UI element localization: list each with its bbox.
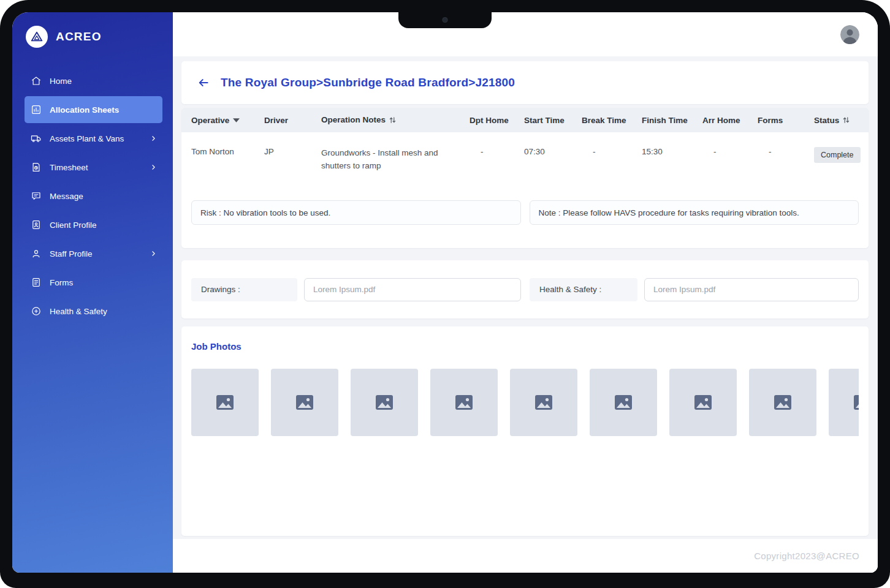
footer: Copyright2023@ACREO: [173, 539, 878, 573]
camera-housing: [398, 12, 492, 28]
column-header-arr-home[interactable]: Arr Home: [702, 116, 758, 125]
chevron-right-icon: [150, 135, 158, 143]
image-icon: [216, 394, 234, 410]
breadcrumb: The Royal Group>Sunbridge Road Bradford>…: [221, 76, 515, 89]
sidebar-item-label: Forms: [50, 278, 73, 287]
job-photo-placeholder[interactable]: [271, 369, 338, 436]
column-header-forms[interactable]: Forms: [758, 116, 814, 125]
sidebar-menu: Home Allocation Sheets Assets Plant & Va…: [12, 62, 173, 325]
column-header-finish-time[interactable]: Finish Time: [642, 116, 702, 125]
cell-arr-home: -: [702, 147, 758, 156]
acreo-logo-icon: [26, 26, 48, 48]
attachments-card: Drawings : Health & Safety :: [181, 260, 869, 318]
caret-down-icon: [233, 118, 240, 123]
image-icon: [853, 394, 859, 410]
sidebar-item-label: Staff Profile: [50, 249, 93, 258]
job-photo-placeholder[interactable]: [510, 369, 577, 436]
column-header-dpt-home[interactable]: Dpt Home: [470, 116, 524, 125]
timesheet-icon: [31, 162, 42, 173]
health-safety-file-input[interactable]: [644, 278, 859, 301]
message-icon: [31, 190, 42, 202]
client-profile-icon: [31, 219, 42, 230]
sidebar-item-message[interactable]: Message: [25, 183, 162, 209]
sidebar-item-label: Message: [50, 192, 83, 201]
job-photo-placeholder[interactable]: [829, 369, 859, 436]
cell-forms: -: [758, 147, 814, 156]
brand-name: ACREO: [56, 30, 102, 43]
sidebar-item-client-profile[interactable]: Client Profile: [25, 211, 162, 238]
job-photo-placeholder[interactable]: [669, 369, 737, 436]
cell-start-time: 07:30: [524, 147, 582, 156]
sidebar-item-health-safety[interactable]: Health & Safety: [25, 298, 162, 325]
sort-icon: [843, 116, 850, 124]
image-icon: [614, 394, 633, 410]
truck-icon: [31, 133, 42, 144]
health-safety-icon: [31, 306, 42, 317]
job-photos-title: Job Photos: [191, 341, 859, 352]
sidebar-item-staff-profile[interactable]: Staff Profile: [25, 240, 162, 267]
main-area: The Royal Group>Sunbridge Road Bradford>…: [173, 12, 878, 573]
sidebar: ACREO Home Allocation Sheets: [12, 12, 173, 573]
sidebar-item-label: Client Profile: [50, 221, 97, 230]
column-header-status[interactable]: Status: [814, 116, 859, 125]
copyright-text: Copyright2023@ACREO: [754, 551, 859, 561]
table-row[interactable]: Tom Norton JP Groundworks - Install mesh…: [181, 132, 869, 200]
column-label: Dpt Home: [470, 116, 509, 125]
column-header-operation-notes[interactable]: Operation Notes: [321, 114, 470, 127]
column-label: Forms: [758, 116, 783, 125]
forms-icon: [31, 277, 42, 288]
chevron-right-icon: [150, 250, 158, 258]
sidebar-item-label: Timesheet: [50, 163, 88, 172]
cell-operation-notes: Groundworks - Install mesh and shutters …: [321, 147, 470, 173]
column-label: Start Time: [524, 116, 565, 125]
breadcrumb-card: The Royal Group>Sunbridge Road Bradford>…: [181, 61, 869, 104]
risk-note: Risk : No vibration tools to be used.: [191, 200, 521, 225]
image-icon: [694, 394, 712, 410]
sidebar-item-home[interactable]: Home: [25, 67, 162, 94]
page: ACREO Home Allocation Sheets: [0, 0, 890, 588]
content-area: The Royal Group>Sunbridge Road Bradford>…: [173, 56, 878, 539]
staff-profile-icon: [31, 248, 42, 259]
health-safety-label: Health & Safety :: [530, 278, 637, 301]
column-label: Driver: [264, 116, 288, 125]
notes-row: Risk : No vibration tools to be used. No…: [191, 200, 859, 225]
table-header-row: Operative Driver Operation Notes: [181, 108, 869, 132]
column-header-start-time[interactable]: Start Time: [524, 116, 582, 125]
job-photo-placeholder[interactable]: [430, 369, 498, 436]
column-label: Operation Notes: [321, 114, 386, 127]
sidebar-item-allocation-sheets[interactable]: Allocation Sheets: [25, 96, 162, 123]
camera-icon: [443, 17, 448, 23]
status-badge: Complete: [814, 147, 861, 163]
column-label: Break Time: [582, 116, 626, 125]
sidebar-item-label: Assets Plant & Vans: [50, 134, 124, 143]
job-photo-placeholder[interactable]: [191, 369, 259, 436]
column-label: Operative: [191, 116, 229, 125]
image-icon: [774, 394, 792, 410]
device-frame: ACREO Home Allocation Sheets: [0, 0, 890, 588]
job-photo-placeholder[interactable]: [351, 369, 418, 436]
havs-note: Note : Please follow HAVS procedure for …: [530, 200, 859, 225]
drawings-label: Drawings :: [191, 278, 297, 301]
column-label: Arr Home: [702, 116, 740, 125]
column-header-break-time[interactable]: Break Time: [582, 116, 642, 125]
column-header-driver[interactable]: Driver: [264, 116, 321, 125]
chevron-right-icon: [150, 164, 158, 172]
cell-finish-time: 15:30: [642, 147, 702, 156]
back-button[interactable]: [197, 77, 210, 89]
sidebar-item-assets-plant-vans[interactable]: Assets Plant & Vans: [25, 125, 162, 152]
job-photo-placeholder[interactable]: [749, 369, 816, 436]
drawings-file-input[interactable]: [304, 278, 521, 301]
job-photos-row: [191, 369, 859, 436]
brand: ACREO: [12, 12, 173, 62]
column-header-operative[interactable]: Operative: [191, 116, 264, 125]
image-icon: [375, 394, 394, 410]
job-photos-card: Job Photos: [181, 326, 869, 536]
sidebar-item-timesheet[interactable]: Timesheet: [25, 154, 162, 181]
column-label: Finish Time: [642, 116, 688, 125]
allocation-sheets-icon: [31, 104, 42, 115]
user-avatar[interactable]: [840, 25, 859, 44]
job-photo-placeholder[interactable]: [590, 369, 657, 436]
sidebar-item-label: Allocation Sheets: [50, 105, 119, 115]
image-icon: [295, 394, 314, 410]
sidebar-item-forms[interactable]: Forms: [25, 269, 162, 296]
